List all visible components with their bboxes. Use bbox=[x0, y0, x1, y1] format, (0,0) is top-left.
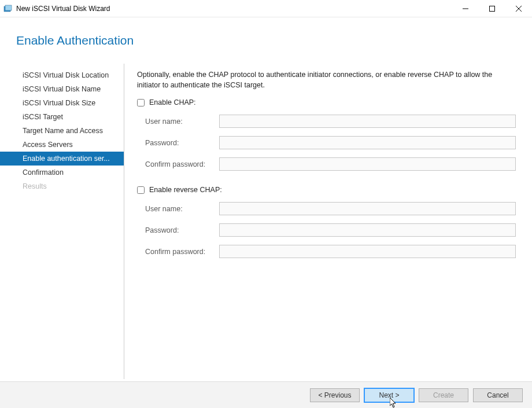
wizard-footer: < Previous Next > Create Cancel bbox=[0, 381, 532, 408]
svg-rect-3 bbox=[490, 6, 495, 11]
chap-confirm-label: Confirm password: bbox=[145, 160, 219, 168]
intro-text: Optionally, enable the CHAP protocol to … bbox=[137, 69, 516, 90]
svg-rect-1 bbox=[5, 5, 12, 10]
chap-username-label: User name: bbox=[145, 117, 219, 126]
reverse-chap-section: Enable reverse CHAP: User name: Password… bbox=[137, 186, 516, 258]
enable-reverse-chap-checkbox[interactable] bbox=[137, 186, 145, 194]
wizard-sidebar: iSCSI Virtual Disk Location iSCSI Virtua… bbox=[0, 64, 124, 379]
reverse-chap-confirm-label: Confirm password: bbox=[145, 248, 219, 256]
enable-chap-label: Enable CHAP: bbox=[149, 98, 196, 106]
window-title: New iSCSI Virtual Disk Wizard bbox=[16, 5, 110, 13]
close-button[interactable] bbox=[505, 0, 532, 17]
main-panel: Optionally, enable the CHAP protocol to … bbox=[124, 64, 532, 379]
sidebar-step-confirmation[interactable]: Confirmation bbox=[0, 166, 124, 179]
reverse-chap-password-input[interactable] bbox=[219, 223, 516, 237]
chap-password-input[interactable] bbox=[219, 136, 516, 149]
create-button: Create bbox=[419, 388, 468, 402]
next-button[interactable]: Next > bbox=[364, 388, 414, 402]
minimize-button[interactable] bbox=[452, 0, 479, 17]
body-area: iSCSI Virtual Disk Location iSCSI Virtua… bbox=[0, 64, 532, 379]
cancel-button[interactable]: Cancel bbox=[473, 388, 523, 402]
sidebar-step-target-name-access[interactable]: Target Name and Access bbox=[0, 124, 124, 138]
reverse-chap-password-label: Password: bbox=[145, 226, 219, 234]
chap-password-label: Password: bbox=[145, 139, 219, 147]
titlebar: New iSCSI Virtual Disk Wizard bbox=[0, 0, 532, 17]
previous-button[interactable]: < Previous bbox=[310, 388, 360, 402]
sidebar-step-results: Results bbox=[0, 179, 124, 193]
wizard-icon bbox=[3, 4, 13, 13]
sidebar-step-target[interactable]: iSCSI Target bbox=[0, 110, 124, 124]
sidebar-step-disk-location[interactable]: iSCSI Virtual Disk Location bbox=[0, 68, 124, 82]
reverse-chap-confirm-input[interactable] bbox=[219, 245, 516, 258]
sidebar-step-access-servers[interactable]: Access Servers bbox=[0, 138, 124, 152]
reverse-chap-username-input[interactable] bbox=[219, 202, 516, 215]
sidebar-step-disk-size[interactable]: iSCSI Virtual Disk Size bbox=[0, 96, 124, 110]
page-heading: Enable Authentication bbox=[0, 17, 532, 47]
enable-chap-checkbox[interactable] bbox=[137, 99, 145, 106]
maximize-button[interactable] bbox=[479, 0, 505, 17]
sidebar-step-enable-authentication[interactable]: Enable authentication ser... bbox=[0, 152, 124, 166]
enable-reverse-chap-label: Enable reverse CHAP: bbox=[149, 186, 222, 194]
window-controls bbox=[452, 0, 532, 17]
chap-section: Enable CHAP: User name: Password: Confir… bbox=[137, 98, 516, 171]
chap-username-input[interactable] bbox=[219, 115, 516, 128]
sidebar-step-disk-name[interactable]: iSCSI Virtual Disk Name bbox=[0, 82, 124, 96]
reverse-chap-username-label: User name: bbox=[145, 205, 219, 213]
chap-confirm-input[interactable] bbox=[219, 157, 516, 171]
